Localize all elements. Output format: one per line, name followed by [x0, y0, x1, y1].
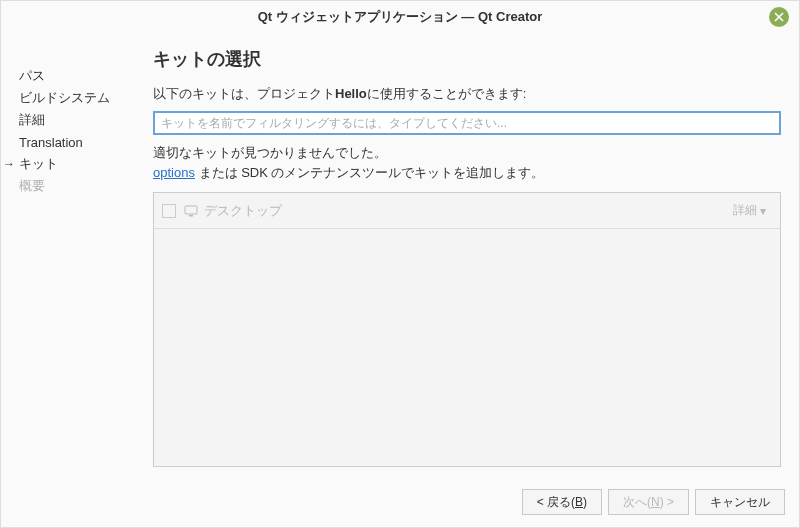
titlebar: Qt ウィジェットアプリケーション — Qt Creator — [1, 1, 799, 33]
kit-filter-input[interactable] — [153, 111, 781, 135]
step-detail: 詳細 — [19, 109, 129, 131]
chevron-down-icon: ▾ — [760, 204, 766, 218]
next-button[interactable]: 次へ(N) > — [608, 489, 689, 515]
kit-list: デスクトップ 詳細 ▾ — [153, 192, 781, 467]
page-heading: キットの選択 — [153, 47, 781, 71]
close-icon[interactable] — [769, 7, 789, 27]
step-path: パス — [19, 65, 129, 87]
step-translation: Translation — [19, 131, 129, 153]
kit-checkbox[interactable] — [162, 204, 176, 218]
options-link[interactable]: options — [153, 165, 195, 180]
back-button[interactable]: < 戻る(B) — [522, 489, 602, 515]
window-title: Qt ウィジェットアプリケーション — Qt Creator — [258, 8, 543, 26]
warning-text: 適切なキットが見つかりませんでした。 options または SDK のメンテナ… — [153, 143, 781, 182]
cancel-button[interactable]: キャンセル — [695, 489, 785, 515]
desktop-icon — [184, 205, 198, 217]
kit-detail-button[interactable]: 詳細 ▾ — [727, 199, 772, 222]
step-kit: → キット — [19, 153, 129, 175]
dialog-window: Qt ウィジェットアプリケーション — Qt Creator パス ビルドシステ… — [0, 0, 800, 528]
project-name: Hello — [335, 86, 367, 101]
main-panel: キットの選択 以下のキットは、プロジェクトHelloに使用することができます: … — [153, 41, 781, 479]
kit-label: デスクトップ — [204, 202, 727, 220]
step-build-system: ビルドシステム — [19, 87, 129, 109]
content-area: パス ビルドシステム 詳細 Translation → キット 概要 キットの選… — [1, 33, 799, 479]
footer-buttons: < 戻る(B) 次へ(N) > キャンセル — [1, 479, 799, 527]
wizard-steps: パス ビルドシステム 詳細 Translation → キット 概要 — [19, 41, 129, 479]
kit-row-desktop: デスクトップ 詳細 ▾ — [154, 193, 780, 229]
arrow-right-icon: → — [3, 157, 15, 171]
step-summary: 概要 — [19, 175, 129, 197]
svg-rect-0 — [185, 206, 197, 214]
instruction-text: 以下のキットは、プロジェクトHelloに使用することができます: — [153, 85, 781, 103]
svg-rect-1 — [189, 215, 193, 217]
